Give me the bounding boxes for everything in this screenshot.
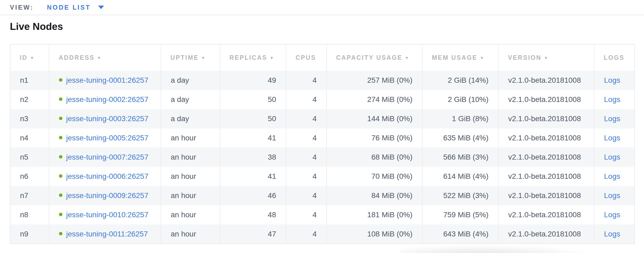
column-header-cpus: CPUS xyxy=(286,44,327,71)
cell-version: v2.1.0-beta.20181008 xyxy=(498,109,594,128)
column-header-mem[interactable]: MEM USAGE▼ xyxy=(422,44,498,71)
cell-replicas: 49 xyxy=(220,71,286,90)
address-link[interactable]: jesse-tuning-0010:26257 xyxy=(66,211,148,219)
table-row: n7jesse-tuning-0009:26257an hour46484 Mi… xyxy=(10,186,635,205)
cell-uptime: a day xyxy=(161,109,220,128)
logs-link[interactable]: Logs xyxy=(604,230,620,238)
table-row: n1jesse-tuning-0001:26257a day494257 MiB… xyxy=(10,71,635,90)
column-label: MEM USAGE xyxy=(432,54,478,61)
cell-address: jesse-tuning-0006:26257 xyxy=(49,167,161,186)
cell-capacity: 76 MiB (0%) xyxy=(327,128,422,148)
column-header-logs: LOGS xyxy=(594,44,635,71)
logs-link[interactable]: Logs xyxy=(604,153,620,161)
cell-id: n2 xyxy=(10,90,49,109)
cell-capacity: 181 MiB (0%) xyxy=(327,205,422,224)
column-header-address[interactable]: ADDRESS▼ xyxy=(49,44,161,71)
address-link[interactable]: jesse-tuning-0001:26257 xyxy=(66,76,148,84)
cell-cpus: 4 xyxy=(286,224,327,244)
cell-id: n7 xyxy=(10,186,49,205)
cell-logs: Logs xyxy=(594,109,635,128)
logs-link[interactable]: Logs xyxy=(604,211,620,219)
sort-desc-icon: ▼ xyxy=(480,56,485,60)
node-list-page: Live Nodes ID▼ADDRESS▼UPTIME▼REPLICAS▼CP… xyxy=(0,15,644,244)
cell-logs: Logs xyxy=(594,167,635,186)
cell-replicas: 38 xyxy=(220,148,286,167)
table-row: n4jesse-tuning-0005:26257an hour41476 Mi… xyxy=(10,128,635,148)
address-link[interactable]: jesse-tuning-0003:26257 xyxy=(66,114,148,123)
cell-cpus: 4 xyxy=(286,205,327,224)
cell-replicas: 41 xyxy=(220,128,286,148)
cell-capacity: 68 MiB (0%) xyxy=(327,148,422,167)
cell-version: v2.1.0-beta.20181008 xyxy=(498,205,594,224)
table-row: n3jesse-tuning-0003:26257a day504144 MiB… xyxy=(10,109,635,128)
cell-address: jesse-tuning-0011:26257 xyxy=(49,224,161,244)
cell-uptime: an hour xyxy=(161,148,220,167)
cell-address: jesse-tuning-0009:26257 xyxy=(49,186,161,205)
address-link[interactable]: jesse-tuning-0009:26257 xyxy=(66,191,148,200)
cell-version: v2.1.0-beta.20181008 xyxy=(498,71,594,90)
view-dropdown[interactable]: NODE LIST xyxy=(47,4,104,11)
cell-uptime: an hour xyxy=(161,167,220,186)
column-label: ID xyxy=(20,54,27,61)
cell-version: v2.1.0-beta.20181008 xyxy=(498,90,594,109)
cell-mem: 614 MiB (4%) xyxy=(422,167,498,186)
cell-cpus: 4 xyxy=(286,148,327,167)
cell-logs: Logs xyxy=(594,186,635,205)
cell-uptime: an hour xyxy=(161,205,220,224)
cell-capacity: 70 MiB (0%) xyxy=(327,167,422,186)
address-link[interactable]: jesse-tuning-0007:26257 xyxy=(66,153,148,161)
cell-id: n8 xyxy=(10,205,49,224)
cell-capacity: 274 MiB (0%) xyxy=(327,90,422,109)
node-live-status-icon xyxy=(59,193,62,197)
cell-mem: 2 GiB (10%) xyxy=(422,90,498,109)
cell-version: v2.1.0-beta.20181008 xyxy=(498,167,594,186)
address-link[interactable]: jesse-tuning-0011:26257 xyxy=(66,230,148,238)
cell-uptime: an hour xyxy=(161,128,220,148)
cell-replicas: 47 xyxy=(220,224,286,244)
column-header-replicas[interactable]: REPLICAS▼ xyxy=(220,44,286,71)
column-header-uptime[interactable]: UPTIME▼ xyxy=(161,44,220,71)
logs-link[interactable]: Logs xyxy=(604,172,620,180)
cell-mem: 2 GiB (14%) xyxy=(422,71,498,90)
logs-link[interactable]: Logs xyxy=(604,191,620,200)
address-link[interactable]: jesse-tuning-0006:26257 xyxy=(66,172,148,180)
cell-uptime: an hour xyxy=(161,186,220,205)
cell-capacity: 257 MiB (0%) xyxy=(327,71,422,90)
node-live-status-icon xyxy=(59,155,62,159)
sort-desc-icon: ▼ xyxy=(405,56,410,60)
cell-capacity: 144 MiB (0%) xyxy=(327,109,422,128)
table-header-row: ID▼ADDRESS▼UPTIME▼REPLICAS▼CPUSCAPACITY … xyxy=(10,44,635,71)
cell-version: v2.1.0-beta.20181008 xyxy=(498,186,594,205)
cell-address: jesse-tuning-0007:26257 xyxy=(49,148,161,167)
column-header-capacity[interactable]: CAPACITY USAGE▼ xyxy=(327,44,422,71)
cell-cpus: 4 xyxy=(286,90,327,109)
address-link[interactable]: jesse-tuning-0002:26257 xyxy=(66,95,148,104)
cell-version: v2.1.0-beta.20181008 xyxy=(498,148,594,167)
chevron-down-icon xyxy=(98,6,104,9)
node-live-status-icon xyxy=(59,117,62,120)
logs-link[interactable]: Logs xyxy=(604,114,620,123)
address-link[interactable]: jesse-tuning-0005:26257 xyxy=(66,134,148,142)
table-row: n2jesse-tuning-0002:26257a day504274 MiB… xyxy=(10,90,635,109)
table-row: n9jesse-tuning-0011:26257an hour474108 M… xyxy=(10,224,635,244)
page-title: Live Nodes xyxy=(10,21,634,32)
cell-mem: 522 MiB (3%) xyxy=(422,186,498,205)
horizontal-scrollbar-thumb[interactable] xyxy=(400,245,624,253)
cell-mem: 643 MiB (4%) xyxy=(422,224,498,244)
column-label: CPUS xyxy=(296,54,316,61)
column-label: UPTIME xyxy=(170,54,199,61)
logs-link[interactable]: Logs xyxy=(604,134,620,142)
column-header-id[interactable]: ID▼ xyxy=(10,44,49,71)
sort-desc-icon: ▼ xyxy=(270,56,275,60)
cell-cpus: 4 xyxy=(286,186,327,205)
column-header-version[interactable]: VERSION▼ xyxy=(498,44,594,71)
node-live-status-icon xyxy=(59,213,62,216)
logs-link[interactable]: Logs xyxy=(604,76,620,84)
logs-link[interactable]: Logs xyxy=(604,95,620,104)
view-toolbar: VIEW: NODE LIST xyxy=(0,0,644,15)
cell-replicas: 46 xyxy=(220,186,286,205)
node-live-status-icon xyxy=(59,78,62,82)
cell-logs: Logs xyxy=(594,205,635,224)
node-live-status-icon xyxy=(59,97,62,101)
cell-logs: Logs xyxy=(594,71,635,90)
